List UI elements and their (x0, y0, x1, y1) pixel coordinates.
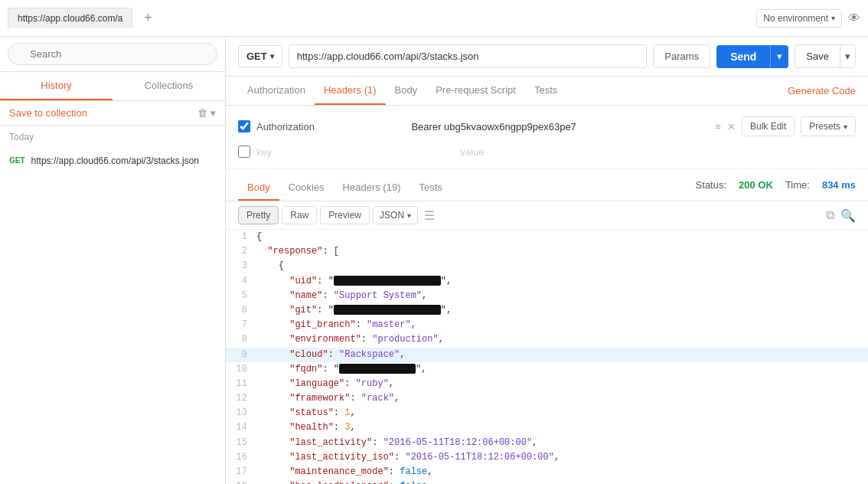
empty-header-checkbox[interactable] (238, 146, 250, 158)
json-line: 1 { (226, 230, 868, 244)
send-button[interactable]: Send (716, 45, 770, 68)
copy-icon[interactable]: ⧉ (826, 208, 834, 223)
sidebar-tabs: History Collections (0, 72, 225, 101)
trash-icon: 🗑 (197, 107, 207, 119)
tab-tests[interactable]: Tests (525, 77, 566, 105)
pretty-button[interactable]: Pretty (238, 206, 279, 224)
resp-tab-cookies[interactable]: Cookies (279, 175, 334, 201)
raw-button[interactable]: Raw (282, 206, 317, 224)
close-icon[interactable]: ✕ (727, 121, 736, 132)
resp-tab-body[interactable]: Body (238, 175, 279, 201)
environment-selector[interactable]: No environment ▾ (756, 9, 842, 28)
env-label: No environment (763, 13, 828, 24)
method-badge: GET (9, 156, 25, 165)
search-box: 🔍 (0, 37, 225, 72)
filter-icon[interactable]: ☰ (424, 208, 435, 223)
json-body: 1 { 2 "response": [ 3 { 4 "uid": "", (226, 230, 868, 484)
chevron-down-icon: ▾ (777, 51, 782, 62)
json-line: 16 "last_activity_iso": "2016-05-11T18:1… (226, 450, 868, 465)
json-line: 10 "fqdn": "", (226, 362, 868, 377)
format-actions: ⧉ 🔍 (826, 208, 856, 223)
json-line: 11 "language": "ruby", (226, 377, 868, 391)
save-collection-bar: Save to collection 🗑 ▾ (0, 101, 225, 126)
format-selector[interactable]: JSON ▾ (373, 206, 418, 224)
chevron-down-icon: ▾ (845, 51, 850, 62)
tab-headers[interactable]: Headers (1) (315, 77, 386, 105)
history-url: https://app.cloud66.com/api/3/stacks.jso… (31, 155, 199, 168)
method-label: GET (246, 51, 267, 62)
resp-tab-headers[interactable]: Headers (19) (334, 175, 410, 201)
json-line: 8 "environment": "production", (226, 332, 868, 347)
json-line: 5 "name": "Support System", (226, 289, 868, 303)
top-bar: https://app.cloud66.com/a + No environme… (0, 0, 868, 37)
send-dropdown-button[interactable]: ▾ (770, 45, 788, 68)
json-line: 2 "response": [ (226, 244, 868, 259)
json-line: 13 "status": 1, (226, 406, 868, 420)
presets-label: Presets (809, 121, 840, 132)
generate-code-link[interactable]: Generate Code (788, 85, 856, 96)
tab-collections[interactable]: Collections (113, 72, 225, 100)
tab-body[interactable]: Body (386, 77, 427, 105)
json-line: 12 "framework": "rack", (226, 391, 868, 406)
request-bar: GET ▾ Params Send ▾ Save ▾ (226, 37, 868, 77)
time-label: Time: (785, 179, 810, 191)
headers-section: Authorization Bearer ubg5kvaowx6ngpp9pex… (226, 106, 868, 169)
json-line-highlighted: 9 "cloud": "Rackspace", (226, 348, 868, 362)
header-actions: ≡ ✕ Bulk Edit Presets ▾ (715, 116, 856, 136)
url-tab-text: https://app.cloud66.com/a (18, 13, 122, 24)
tab-history[interactable]: History (0, 72, 113, 100)
chevron-down-icon: ▾ (831, 14, 835, 22)
url-input[interactable] (289, 44, 648, 68)
tab-authorization[interactable]: Authorization (238, 77, 315, 105)
params-button[interactable]: Params (653, 44, 710, 68)
json-line: 15 "last_activity": "2016-05-11T18:12:06… (226, 436, 868, 450)
presets-button[interactable]: Presets ▾ (801, 116, 856, 136)
header-checkbox[interactable] (238, 120, 250, 132)
method-select[interactable]: GET ▾ (238, 45, 282, 67)
time-value: 834 ms (822, 179, 856, 191)
save-button[interactable]: Save (795, 44, 840, 68)
json-line: 7 "git_branch": "master", (226, 318, 868, 332)
add-tab-button[interactable]: + (139, 9, 157, 28)
menu-icon[interactable]: ≡ (715, 121, 721, 132)
key-placeholder: key (256, 146, 454, 158)
header-row: Authorization Bearer ubg5kvaowx6ngpp9pex… (238, 112, 856, 141)
response-tabs-bar: Body Cookies Headers (19) Tests Status: … (226, 169, 868, 201)
save-collection-label[interactable]: Save to collection (9, 107, 87, 119)
header-key: Authorization (256, 121, 405, 132)
format-bar: Pretty Raw Preview JSON ▾ ☰ ⧉ 🔍 (226, 201, 868, 230)
bulk-edit-button[interactable]: Bulk Edit (742, 116, 795, 136)
header-value: Bearer ubg5kvaowx6ngpp9pex63pe7 (411, 121, 709, 132)
preview-button[interactable]: Preview (320, 206, 370, 224)
format-label: JSON (380, 210, 404, 221)
search-icon[interactable]: 🔍 (840, 208, 856, 223)
today-label: Today (0, 126, 225, 149)
save-collection-actions[interactable]: 🗑 ▾ (197, 107, 216, 119)
json-line: 6 "git": "", (226, 303, 868, 318)
eye-icon[interactable]: 👁 (848, 11, 860, 25)
json-line: 14 "health": 3, (226, 420, 868, 435)
json-line: 3 { (226, 259, 868, 273)
status-label: Status: (696, 179, 726, 191)
chevron-down-icon: ▾ (270, 52, 274, 60)
json-line: 18 "has_loadbalancer": false, (226, 479, 868, 484)
search-input[interactable] (8, 43, 217, 65)
tab-pre-request-script[interactable]: Pre-request Script (426, 77, 525, 105)
response-status: Status: 200 OK Time: 834 ms (696, 179, 856, 197)
sidebar: 🔍 History Collections Save to collection… (0, 37, 226, 484)
status-value: 200 OK (739, 179, 773, 191)
chevron-down-icon: ▾ (407, 211, 411, 220)
send-button-wrap: Send ▾ (716, 45, 788, 68)
url-tab[interactable]: https://app.cloud66.com/a (8, 8, 132, 28)
main-layout: 🔍 History Collections Save to collection… (0, 37, 868, 484)
json-line: 4 "uid": "", (226, 274, 868, 289)
chevron-down-icon: ▾ (844, 123, 847, 131)
value-placeholder: value (460, 146, 856, 158)
request-tabs: Authorization Headers (1) Body Pre-reque… (226, 77, 868, 106)
json-line: 17 "maintenance_mode": false, (226, 465, 868, 479)
dropdown-icon: ▾ (210, 107, 216, 119)
history-item[interactable]: GET https://app.cloud66.com/api/3/stacks… (0, 149, 225, 174)
resp-tab-tests[interactable]: Tests (410, 175, 451, 201)
content-area: GET ▾ Params Send ▾ Save ▾ Authorization… (226, 37, 868, 484)
save-dropdown-button[interactable]: ▾ (840, 44, 856, 68)
